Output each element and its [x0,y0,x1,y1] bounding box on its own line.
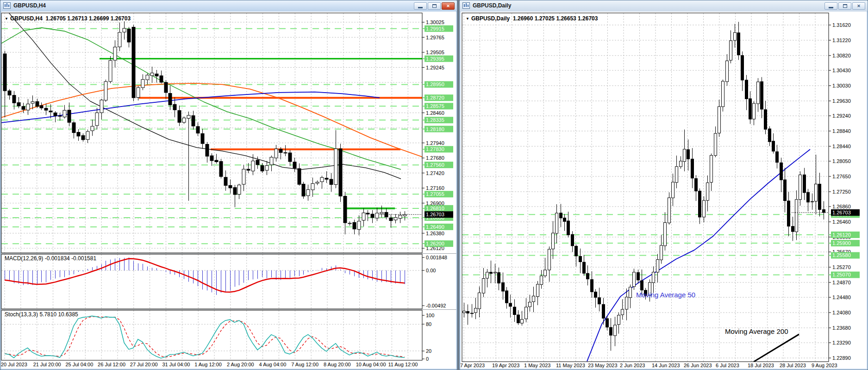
close-button[interactable]: ✕ [442,2,455,10]
chart-client-h4[interactable] [1,12,456,369]
close-icon: ✕ [857,4,861,8]
maximize-button[interactable] [428,2,441,10]
window-gbpusd-daily[interactable]: GBPUSD,Daily ✕ [459,0,868,370]
window-gbpusd-h4[interactable]: GBPUSD,H4 ✕ [0,0,457,370]
minimize-icon [829,7,833,8]
chart-window-icon [462,2,470,9]
titlebar-gbpusd-h4[interactable]: GBPUSD,H4 ✕ [0,0,457,12]
window-title: GBPUSD,H4 [13,2,46,9]
minimize-icon [418,7,423,8]
restore-icon [843,4,847,8]
chart-window-icon [3,2,11,9]
minimize-button[interactable] [824,2,837,10]
restore-button[interactable] [838,2,851,10]
window-title: GBPUSD,Daily [473,2,511,9]
maximize-icon [432,4,437,8]
minimize-button[interactable] [414,2,427,10]
close-icon: ✕ [446,4,450,8]
titlebar-gbpusd-daily[interactable]: GBPUSD,Daily ✕ [460,0,868,12]
close-button[interactable]: ✕ [852,2,865,10]
chart-client-daily[interactable] [461,12,867,369]
